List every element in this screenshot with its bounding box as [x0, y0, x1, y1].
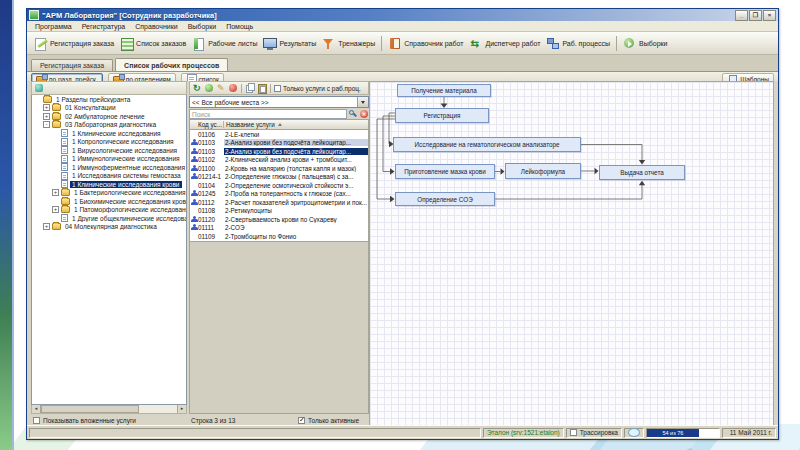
tree-item[interactable]: +1 Бактериологические исследования [32, 189, 186, 198]
flow-node[interactable]: Определение СОЭ [395, 192, 495, 206]
tree-item[interactable]: +02 Амбулаторное лечение [32, 112, 186, 121]
trace-checkbox[interactable] [570, 429, 577, 436]
add-icon[interactable] [204, 83, 214, 93]
table-row[interactable]: 011092-Тромбоциты по Фонио [190, 232, 368, 241]
active-only-checkbox[interactable] [298, 417, 305, 424]
workplace-dropdown[interactable]: << Все рабочие места >> [189, 96, 369, 108]
tree-expander[interactable]: + [43, 104, 50, 111]
flow-node[interactable]: Приготовление мазка крови [395, 164, 495, 179]
tree-item-label: 02 Амбулаторное лечение [63, 113, 147, 120]
minimize-button[interactable]: _ [735, 10, 748, 21]
window-titlebar[interactable]: "АРМ Лаборатория" [Сотрудник разработчик… [27, 9, 778, 21]
toolbar-button[interactable]: Справочник работ [385, 35, 466, 52]
toolbar-button[interactable]: Выборки [620, 35, 670, 52]
table-row[interactable]: 011082-Ретикулоциты [190, 207, 368, 216]
tab-active[interactable]: Список рабочих процессов [115, 58, 228, 71]
toolbar-button[interactable]: Регистрация заказа [31, 35, 117, 52]
tree-item[interactable]: 1 Клинические исследования крови [32, 180, 186, 189]
toolbar-button[interactable]: Список заказов [117, 35, 189, 52]
table-row[interactable]: 011042-Определение осмотической стойкост… [190, 181, 368, 190]
workprocess-filter-checkbox[interactable] [274, 85, 281, 92]
toolbar-button[interactable]: Тренажеры [319, 35, 378, 52]
tree-expander[interactable]: + [52, 189, 59, 196]
restore-button[interactable]: ❐ [749, 10, 762, 21]
tree-item[interactable]: 1 Вирусологические исследования [32, 146, 186, 155]
tree-item[interactable]: +1 Патоморфологические исследования [32, 206, 186, 215]
menu-item[interactable]: Регистратура [77, 23, 131, 30]
flow-node[interactable]: Регистрация [395, 108, 489, 123]
left-decor-stripe [0, 0, 14, 450]
menu-item[interactable]: Справочники [130, 23, 182, 30]
close-button[interactable]: × [763, 10, 776, 21]
tab-inactive[interactable]: Регистрация заказа [31, 59, 113, 71]
delete-icon[interactable] [228, 83, 238, 93]
menu-item[interactable]: Помощь [221, 23, 258, 30]
table-row[interactable]: 011032-Анализ крови без подсчёта лейкоци… [190, 147, 368, 156]
tree-item[interactable]: 1 Исследования системы гемостаза [32, 172, 186, 181]
doc-icon [61, 129, 68, 137]
flow-node[interactable]: Лейкоформула [505, 163, 581, 179]
scroll-right-arrow-icon[interactable]: ▸ [177, 405, 186, 413]
paste-icon[interactable] [257, 83, 267, 93]
tree-item[interactable]: 1 Иммуноферментные исследования [32, 163, 186, 172]
tree-item[interactable]: 1 Клинические исследования [32, 129, 186, 138]
refresh-icon[interactable] [192, 83, 202, 93]
table-row[interactable]: 011202-Свертываемость крови по Сухареву [190, 215, 368, 224]
toolbar-button[interactable]: Результаты [260, 35, 319, 52]
scroll-left-arrow-icon[interactable]: ◂ [32, 405, 41, 413]
toolbar-button[interactable]: Диспетчер работ [466, 35, 543, 52]
menu-item[interactable]: Выборки [183, 23, 221, 30]
tree-item[interactable]: 1 Иммунологические исследования [32, 155, 186, 164]
table-row[interactable]: 011032-Анализ крови без подсчёта лейкоци… [190, 139, 368, 148]
flow-node[interactable]: Выдача отчета [599, 165, 685, 180]
services-panel: Только услуги с раб.проц. << Все рабочие… [189, 81, 369, 426]
table-row[interactable]: 011022-Клинический анализ крови + тромбо… [190, 156, 368, 165]
tree-expander[interactable]: + [43, 223, 50, 230]
chevron-down-icon [361, 101, 365, 104]
tree-item[interactable]: 1 Разделы прейскуранта [32, 95, 186, 104]
table-row[interactable]: 012452-Проба на толерантность к глюкозе … [190, 190, 368, 199]
dropdown-button[interactable] [357, 97, 368, 107]
service-code-cell: 01245 [198, 190, 224, 197]
tree-expander[interactable]: - [43, 121, 50, 128]
table-row[interactable]: 01214-12-Определение глюкозы ( пальцевая… [190, 173, 368, 182]
copy-icon[interactable] [245, 83, 255, 93]
toolbar-button-label: Справочник работ [404, 40, 463, 47]
flow-node[interactable]: Исследование на гематологическом анализа… [393, 137, 581, 152]
tree-expander[interactable]: + [52, 206, 59, 213]
toolbar-button[interactable]: Рабочие листы [189, 35, 260, 52]
tree-item[interactable]: 1 Копрологические исследования [32, 138, 186, 147]
folder-icon [52, 121, 61, 128]
tree-item[interactable]: +04 Молекулярная диагностика [32, 223, 186, 232]
table-row[interactable]: 011122-Расчет показателей эритроцитометр… [190, 198, 368, 207]
scrollbar-thumb[interactable] [41, 405, 139, 413]
table-row[interactable]: 011062-LE-клетки [190, 130, 368, 139]
tree-item[interactable]: 1 Другие общеклинические исследования [32, 214, 186, 223]
tree-item[interactable]: +01 Консультации [32, 104, 186, 113]
toolbar-button[interactable]: Раб. процессы [543, 35, 613, 52]
edit-icon[interactable] [216, 83, 226, 93]
flowchart-connectors [370, 82, 774, 426]
menu-item[interactable]: Программа [30, 23, 77, 30]
tree-refresh-icon[interactable] [34, 83, 44, 93]
tree-item[interactable]: -03 Лабораторная диагностика [32, 121, 186, 130]
services-table-header[interactable]: Код ус... Название услуги [189, 119, 369, 130]
table-row[interactable]: 011112-СОЭ [190, 224, 368, 233]
scrollbar-track[interactable] [41, 405, 177, 413]
search-input[interactable]: Поиск [189, 109, 347, 119]
tree-expander[interactable]: + [43, 113, 50, 120]
code-column-header[interactable]: Код ус... [190, 121, 224, 128]
nested-services-checkbox[interactable] [33, 417, 40, 424]
name-column-header[interactable]: Название услуги [224, 121, 368, 128]
flow-node[interactable]: Получение материала [397, 84, 491, 97]
cancel-search-icon[interactable] [359, 109, 369, 119]
doc-icon [61, 163, 68, 171]
tree-item-label: 1 Вирусологические исследования [70, 147, 179, 154]
tree-item[interactable]: 1 Биохимические исследования крови [32, 197, 186, 206]
workflow-icon [191, 216, 198, 223]
workplace-dropdown-value: << Все рабочие места >> [192, 99, 269, 106]
service-name-cell: 2-Свертываемость крови по Сухареву [224, 216, 368, 223]
search-icon[interactable] [348, 109, 358, 119]
tree-horizontal-scrollbar[interactable]: ◂ ▸ [31, 405, 187, 414]
table-row[interactable]: 011002-Кровь на малярию (толстая капля и… [190, 164, 368, 173]
